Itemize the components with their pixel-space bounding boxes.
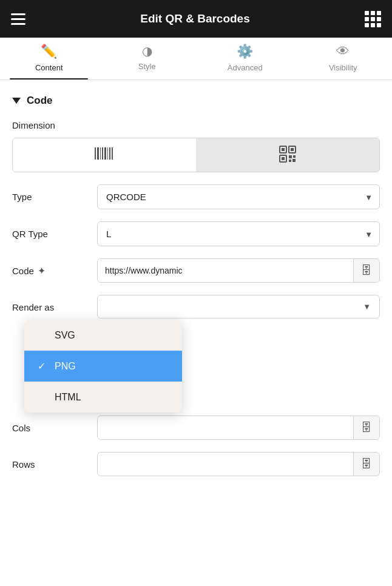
svg-rect-3 [102, 147, 103, 160]
collapse-icon[interactable] [12, 98, 21, 104]
svg-rect-0 [95, 147, 96, 160]
rows-field-group: 🗄 [97, 452, 380, 476]
barcode-icon [95, 146, 114, 164]
cols-input[interactable] [98, 416, 353, 439]
cols-database-icon: 🗄 [361, 422, 372, 434]
rows-stack-button[interactable]: 🗄 [353, 453, 379, 476]
halfcircle-icon: ◑ [142, 44, 152, 58]
qrcode-option[interactable] [196, 138, 379, 172]
svg-rect-13 [282, 157, 285, 160]
svg-rect-1 [97, 147, 99, 160]
barcode-option[interactable] [13, 138, 196, 172]
rows-database-icon: 🗄 [361, 458, 372, 471]
tab-style[interactable]: ◑ Style [98, 44, 197, 79]
render-as-row: Render as ▼ ✓ SVG ✓ PNG ✓ HTML [12, 295, 380, 318]
database-icon: 🗄 [361, 264, 372, 277]
rows-control: 🗄 [97, 452, 380, 476]
tab-advanced[interactable]: ⚙️ Advanced [196, 44, 294, 79]
tab-bar: ✏️ Content ◑ Style ⚙️ Advanced 👁 Visibil… [0, 38, 392, 80]
cols-field-group: 🗄 [97, 416, 380, 440]
apps-button[interactable] [365, 11, 381, 27]
code-row: Code ✦ 🗄 [12, 258, 380, 283]
svg-rect-11 [291, 148, 294, 151]
qr-type-select[interactable]: L [97, 221, 380, 246]
rows-label: Rows [12, 459, 97, 470]
qr-type-row: QR Type L ▼ [12, 221, 380, 246]
dropdown-item-html[interactable]: ✓ HTML [24, 382, 182, 413]
cols-stack-button[interactable]: 🗄 [353, 416, 379, 439]
svg-rect-14 [289, 155, 292, 158]
rows-input[interactable] [98, 453, 353, 476]
menu-button[interactable] [11, 13, 25, 25]
cols-row: Cols 🗄 [12, 416, 380, 440]
dimension-toggle[interactable] [12, 138, 380, 172]
page-title: Edit QR & Barcodes [140, 12, 250, 25]
render-dropdown: ✓ SVG ✓ PNG ✓ HTML [24, 320, 182, 413]
qr-type-label: QR Type [12, 229, 97, 239]
code-input[interactable] [98, 259, 353, 282]
code-field-group: 🗄 [97, 258, 380, 283]
png-checkmark: ✓ [38, 360, 49, 372]
svg-rect-7 [112, 147, 113, 160]
eye-icon: 👁 [336, 44, 350, 59]
section-title: Code [27, 95, 53, 107]
render-as-chevron-icon: ▼ [363, 302, 371, 311]
sparkle-icon: ✦ [38, 265, 46, 277]
type-select-wrapper: QRCODE ▼ [97, 184, 380, 209]
svg-rect-5 [107, 147, 108, 160]
qr-type-select-wrapper: L ▼ [97, 221, 380, 246]
dropdown-item-svg[interactable]: ✓ SVG [24, 320, 182, 351]
svg-rect-4 [104, 147, 106, 160]
render-as-control: ▼ ✓ SVG ✓ PNG ✓ HTML [97, 295, 380, 318]
type-label: Type [12, 192, 97, 202]
render-as-label: Render as [12, 295, 97, 312]
svg-rect-16 [289, 160, 291, 162]
gear-icon: ⚙️ [237, 44, 253, 59]
pencil-icon: ✏️ [41, 44, 57, 59]
svg-rect-9 [282, 148, 285, 151]
section-header: Code [12, 95, 380, 107]
tab-content[interactable]: ✏️ Content [0, 44, 98, 79]
svg-rect-2 [100, 147, 101, 160]
content-area: Code Dimension [0, 80, 392, 500]
code-stack-button[interactable]: 🗄 [353, 259, 379, 282]
qr-icon [279, 146, 296, 164]
svg-rect-17 [292, 159, 296, 162]
tab-visibility[interactable]: 👁 Visibility [294, 44, 393, 79]
code-label-container: Code ✦ [12, 265, 97, 277]
cols-label: Cols [12, 423, 97, 433]
svg-rect-6 [109, 147, 110, 160]
dimension-row: Dimension [12, 120, 380, 172]
code-input-wrapper: 🗄 [97, 258, 380, 283]
render-as-select[interactable]: ▼ [97, 295, 380, 318]
app-header: Edit QR & Barcodes [0, 0, 392, 38]
type-row: Type QRCODE ▼ [12, 184, 380, 209]
type-select[interactable]: QRCODE [97, 184, 380, 209]
svg-rect-15 [293, 155, 296, 158]
code-label: Code [12, 266, 34, 276]
cols-control: 🗄 [97, 416, 380, 440]
dimension-label: Dimension [12, 120, 97, 130]
rows-row: Rows 🗄 [12, 452, 380, 476]
dropdown-item-png[interactable]: ✓ PNG [24, 351, 182, 382]
